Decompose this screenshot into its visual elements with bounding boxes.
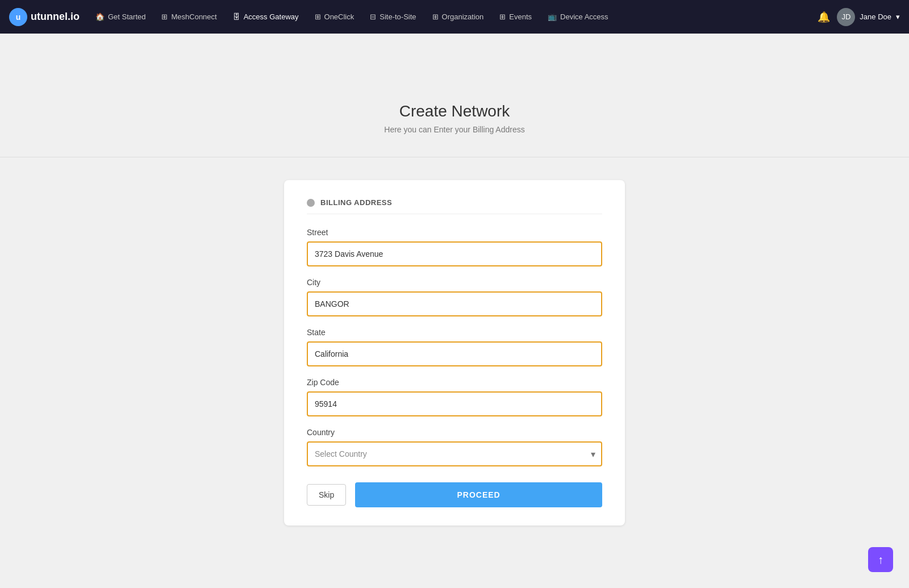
zip-field-group: Zip Code bbox=[307, 378, 602, 416]
nav-organization[interactable]: ⊞ Organization bbox=[426, 8, 491, 26]
nav-access-gateway[interactable]: 🗄 Access Gateway bbox=[226, 8, 306, 26]
events-icon: ⊞ bbox=[499, 12, 506, 21]
city-field-group: City bbox=[307, 278, 602, 316]
meshconnect-icon: ⊞ bbox=[161, 12, 168, 21]
country-field-group: Country Select Country United States Uni… bbox=[307, 428, 602, 466]
nav-get-started[interactable]: 🏠 Get Started bbox=[89, 8, 152, 26]
home-icon: 🏠 bbox=[95, 12, 105, 21]
state-field-group: State bbox=[307, 328, 602, 366]
zip-label: Zip Code bbox=[307, 378, 602, 387]
state-label: State bbox=[307, 328, 602, 337]
user-name: Jane Doe bbox=[860, 12, 891, 21]
site-to-site-icon: ⊟ bbox=[370, 12, 376, 21]
nav-right: 🔔 JD Jane Doe ▾ bbox=[818, 8, 900, 26]
page-subtitle: Here you can Enter your Billing Address bbox=[384, 125, 524, 134]
oneclick-icon: ⊞ bbox=[315, 12, 321, 21]
state-input[interactable] bbox=[307, 341, 602, 366]
avatar: JD bbox=[837, 8, 855, 26]
country-label: Country bbox=[307, 428, 602, 437]
navbar: u utunnel.io 🏠 Get Started ⊞ MeshConnect… bbox=[0, 0, 909, 34]
nav-events[interactable]: ⊞ Events bbox=[493, 8, 539, 26]
street-input[interactable] bbox=[307, 241, 602, 266]
page-title: Create Network bbox=[399, 102, 510, 120]
zip-input[interactable] bbox=[307, 391, 602, 416]
nav-meshconnect[interactable]: ⊞ MeshConnect bbox=[155, 8, 223, 26]
bell-icon[interactable]: 🔔 bbox=[818, 11, 830, 23]
main-content: Create Network Here you can Enter your B… bbox=[0, 34, 909, 526]
city-input[interactable] bbox=[307, 291, 602, 316]
chevron-down-icon: ▾ bbox=[896, 12, 900, 21]
logo-icon: u bbox=[9, 8, 27, 26]
proceed-button[interactable]: PROCEED bbox=[355, 482, 602, 507]
nav-site-to-site[interactable]: ⊟ Site-to-Site bbox=[363, 8, 423, 26]
country-select-wrapper: Select Country United States United King… bbox=[307, 441, 602, 466]
logo-text: utunnel.io bbox=[31, 11, 80, 23]
device-access-icon: 📺 bbox=[548, 12, 557, 21]
street-field-group: Street bbox=[307, 228, 602, 266]
nav-oneclick[interactable]: ⊞ OneClick bbox=[308, 8, 361, 26]
country-select[interactable]: Select Country United States United King… bbox=[307, 441, 602, 466]
street-label: Street bbox=[307, 228, 602, 237]
user-menu[interactable]: JD Jane Doe ▾ bbox=[837, 8, 900, 26]
billing-card: BILLING ADDRESS Street City State Zip Co… bbox=[284, 180, 625, 526]
section-title: BILLING ADDRESS bbox=[320, 198, 392, 207]
section-bullet-icon bbox=[307, 199, 315, 207]
access-gateway-icon: 🗄 bbox=[233, 12, 240, 21]
section-header: BILLING ADDRESS bbox=[307, 198, 602, 214]
scroll-to-top-button[interactable]: ↑ bbox=[868, 547, 893, 572]
title-divider bbox=[0, 157, 909, 157]
button-row: Skip PROCEED bbox=[307, 482, 602, 507]
logo[interactable]: u utunnel.io bbox=[9, 8, 80, 26]
nav-device-access[interactable]: 📺 Device Access bbox=[541, 8, 615, 26]
city-label: City bbox=[307, 278, 602, 287]
arrow-up-icon: ↑ bbox=[878, 553, 883, 566]
skip-button[interactable]: Skip bbox=[307, 484, 346, 506]
org-icon: ⊞ bbox=[432, 12, 439, 21]
